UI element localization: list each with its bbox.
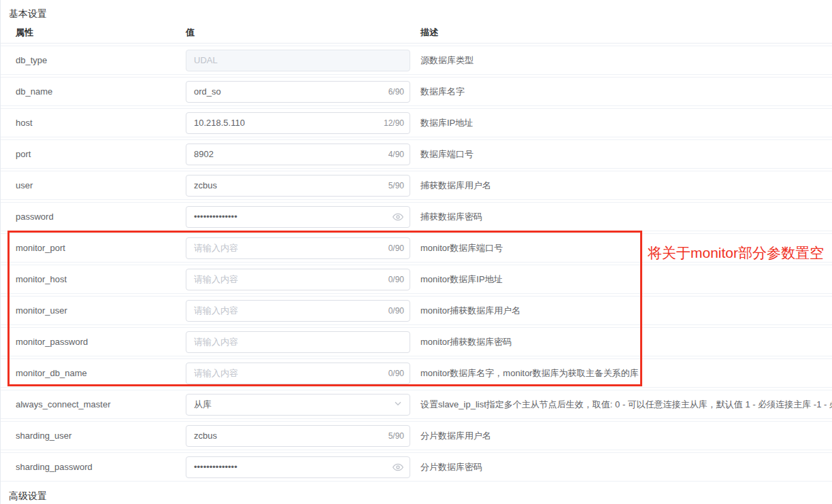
table-header-row: 属性 值 描述 bbox=[1, 22, 832, 44]
description-text: 捕获数据库用户名 bbox=[410, 180, 832, 192]
monitor-port-input[interactable] bbox=[186, 237, 410, 259]
property-label: monitor_host bbox=[16, 274, 186, 284]
table-row: monitor_password monitor捕获数据库密码 bbox=[1, 327, 832, 356]
eye-icon[interactable] bbox=[393, 212, 403, 222]
monitor-host-input[interactable] bbox=[186, 269, 410, 290]
description-text: 数据库IP地址 bbox=[410, 117, 832, 129]
table-row: sharding_user 5/90 分片数据库用户名 bbox=[1, 421, 832, 450]
property-label: user bbox=[16, 180, 186, 190]
property-label: password bbox=[16, 212, 186, 222]
property-label: sharding_user bbox=[16, 431, 186, 441]
description-text: 分片数据库密码 bbox=[410, 461, 832, 473]
table-row: monitor_db_name 0/90 monitor数据库名字，monito… bbox=[1, 358, 832, 388]
user-input[interactable] bbox=[186, 175, 410, 197]
description-text: monitor数据库IP地址 bbox=[410, 273, 832, 286]
description-text: monitor数据库名字，monitor数据库为获取主备关系的库 bbox=[410, 367, 832, 380]
table-row: sharding_password 分片数据库密码 bbox=[1, 452, 832, 482]
section-title-advanced: 高级设置 bbox=[1, 488, 832, 504]
description-text: 源数据库类型 bbox=[410, 54, 832, 67]
description-text: monitor捕获数据库密码 bbox=[410, 336, 832, 348]
property-label: monitor_user bbox=[16, 305, 186, 316]
monitor-db-name-input[interactable] bbox=[186, 363, 410, 384]
description-text: 数据库端口号 bbox=[410, 148, 832, 161]
description-text: 捕获数据库密码 bbox=[410, 211, 832, 223]
property-label: db_type bbox=[16, 55, 186, 65]
monitor-password-input[interactable] bbox=[186, 331, 410, 353]
table-row: db_name 6/90 数据库名字 bbox=[1, 77, 832, 106]
select-value: 从库 bbox=[194, 399, 212, 411]
always-connect-master-select[interactable]: 从库 bbox=[186, 394, 410, 416]
property-label: host bbox=[16, 118, 186, 128]
property-label: port bbox=[16, 149, 186, 159]
description-text: 数据库名字 bbox=[410, 86, 832, 98]
sharding-user-input[interactable] bbox=[186, 425, 410, 447]
eye-icon[interactable] bbox=[393, 462, 403, 473]
description-text: 分片数据库用户名 bbox=[410, 430, 832, 442]
annotation-text: 将关于monitor部分参数置空 bbox=[648, 242, 830, 263]
property-label: monitor_db_name bbox=[16, 368, 186, 378]
description-text: monitor捕获数据库用户名 bbox=[410, 305, 832, 317]
section-title-basic: 基本设置 bbox=[1, 5, 832, 22]
host-input[interactable] bbox=[186, 112, 410, 134]
table-row: password 捕获数据库密码 bbox=[1, 202, 832, 231]
settings-page: 基本设置 属性 值 描述 db_type 源数据库类型 db_name 6/90… bbox=[0, 0, 832, 504]
table-row: monitor_host 0/90 monitor数据库IP地址 bbox=[1, 265, 832, 294]
table-row: always_connect_master 从库 设置slave_ip_list… bbox=[1, 390, 832, 419]
db-name-input[interactable] bbox=[186, 81, 410, 103]
table-row: user 5/90 捕获数据库用户名 bbox=[1, 171, 832, 200]
property-label: db_name bbox=[16, 86, 186, 97]
property-label: sharding_password bbox=[16, 462, 186, 472]
table-row: db_type 源数据库类型 bbox=[1, 46, 832, 75]
table-row: port 4/90 数据库端口号 bbox=[1, 139, 832, 169]
monitor-user-input[interactable] bbox=[186, 300, 410, 322]
table-row: host 12/90 数据库IP地址 bbox=[1, 108, 832, 137]
property-label: monitor_password bbox=[16, 337, 186, 347]
property-label: always_connect_master bbox=[16, 399, 186, 409]
description-text: 设置slave_ip_list指定多个主从节点后生效，取值: 0 - 可以任意连… bbox=[410, 399, 832, 411]
table-row: monitor_user 0/90 monitor捕获数据库用户名 bbox=[1, 296, 832, 325]
column-header-value: 值 bbox=[186, 27, 410, 39]
column-header-description: 描述 bbox=[410, 27, 832, 39]
port-input[interactable] bbox=[186, 144, 410, 165]
password-input[interactable] bbox=[186, 206, 410, 228]
chevron-down-icon bbox=[394, 399, 402, 409]
property-label: monitor_port bbox=[16, 243, 186, 253]
db-type-input bbox=[186, 50, 410, 71]
column-header-property: 属性 bbox=[16, 27, 186, 39]
sharding-password-input[interactable] bbox=[186, 456, 410, 478]
